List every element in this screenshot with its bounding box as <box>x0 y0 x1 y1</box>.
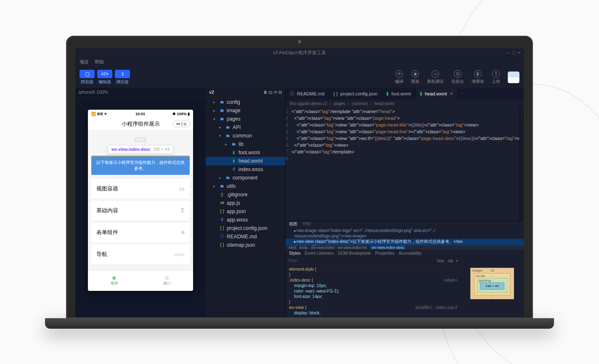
toolbar-clear-cache[interactable]: 🗑清缓存 <box>472 70 484 84</box>
tree-item[interactable]: JSapp.js <box>206 199 285 207</box>
tree-item[interactable]: ▯.gitignore <box>206 190 285 199</box>
tab-foot-wxml[interactable]: ▮foot.wxml <box>382 88 415 100</box>
highlighted-desc: 以下将展示小程序官方组件能力，组件样式仅供参考。 <box>91 156 190 175</box>
menubar: 项目 帮助 <box>75 58 524 67</box>
window-title: v2-FinClip小程序开发工具 <box>273 50 326 56</box>
devtools-panel: 视图 控制 ▸<wx-image class="index-logo" src=… <box>286 221 524 317</box>
code-editor[interactable]: 12345678 <"attr">class="tag">template "a… <box>286 108 524 221</box>
phone-time: 10:01 <box>135 112 145 116</box>
menu-item[interactable]: 导航○○○ <box>91 245 190 264</box>
tree-item[interactable]: ▮head.wxml <box>206 157 285 165</box>
window-controls[interactable]: — ▢ ✕ <box>506 50 521 55</box>
phone-nav-title: 小程序组件展示 <box>122 120 160 128</box>
dom-breakpoints-tab[interactable]: DOM Breakpoints <box>338 251 371 256</box>
tab-overflow[interactable]: ⋯ <box>458 88 469 100</box>
toolbar-preview[interactable]: ◉预览 <box>411 70 419 84</box>
cls-toggle[interactable]: .cls <box>447 258 453 263</box>
accessibility-tab[interactable]: Accessibility <box>399 251 421 256</box>
toolbar-debugger-btn[interactable]: ⫴调试器 <box>115 70 130 85</box>
logo-placeholder <box>135 137 146 142</box>
inspect-tooltip: wx-view.index-desc240 × 44 <box>108 145 173 154</box>
tree-item[interactable]: ▾🖿pages <box>206 115 285 123</box>
phone-battery: ✱ 100% ▮ <box>172 112 190 116</box>
toolbar: ▢模拟器 </>编辑器 ⫴调试器 ⟳编译 ◉预览 ▭真机调试 ⊟切后台 🗑清缓存… <box>75 67 524 88</box>
toolbar-compile[interactable]: ⟳编译 <box>395 70 403 84</box>
event-listeners-tab[interactable]: Event Listeners <box>305 251 334 256</box>
file-explorer: v2 🗎 🗀 ⟳ ⊟ ▸🖿config▸🖿image▾🖿pages▸🖿API▾🖿… <box>206 88 286 317</box>
tree-item[interactable]: #app.wxss <box>206 216 285 224</box>
breadcrumb[interactable]: fino-applet-demo-v2 › pages › common › h… <box>286 100 524 108</box>
ide-window: v2-FinClip小程序开发工具 — ▢ ✕ 项目 帮助 ▢模拟器 </>编辑… <box>75 48 524 317</box>
tree-item[interactable]: { }project.config.json <box>206 224 285 232</box>
dom-tree[interactable]: ▸<wx-image class="index-logo" src="../re… <box>286 227 524 245</box>
add-rule[interactable]: + <box>456 258 458 263</box>
toolbar-simulator-btn[interactable]: ▢模拟器 <box>80 70 95 85</box>
devtools-tab-view[interactable]: 视图 <box>289 221 297 227</box>
tree-item[interactable]: ▸🖿component <box>206 174 285 182</box>
toolbar-upload[interactable]: ↥上传 <box>492 70 500 84</box>
tree-item[interactable]: ▾🖿common <box>206 132 285 140</box>
toolbar-remote-debug[interactable]: ▭真机调试 <box>427 70 444 84</box>
tabbar-component[interactable]: ▦组件 <box>88 271 140 291</box>
box-model: margin 10 border - padding - 240 × 4 <box>461 250 524 317</box>
toolbar-background[interactable]: ⊟切后台 <box>451 70 464 84</box>
minimap[interactable] <box>519 108 524 221</box>
tab-project-config[interactable]: { }project.config.json <box>329 88 382 100</box>
titlebar: v2-FinClip小程序开发工具 — ▢ ✕ <box>75 48 524 58</box>
hov-toggle[interactable]: :hov <box>436 258 444 263</box>
tree-item[interactable]: ▸🖿lib <box>206 140 285 148</box>
explorer-root: v2 <box>209 90 214 95</box>
styles-tab[interactable]: Styles <box>289 251 300 256</box>
tree-item[interactable]: ▸🖿image <box>206 106 285 115</box>
phone-carrier: 📶 IDE ᯤ <box>91 112 108 116</box>
style-filter-input[interactable]: Filter <box>288 258 297 263</box>
close-icon: ✕ <box>450 91 453 96</box>
tree-item[interactable]: ▸🖿API <box>206 123 285 132</box>
tree-item[interactable]: #index.wxss <box>206 165 285 174</box>
explorer-actions[interactable]: 🗎 🗀 ⟳ ⊟ <box>263 90 282 95</box>
menu-item[interactable]: 表单组件≡ <box>91 223 190 242</box>
tree-item[interactable]: ▮foot.wxml <box>206 148 285 157</box>
tree-item[interactable]: { }app.json <box>206 207 285 216</box>
menu-help[interactable]: 帮助 <box>95 59 104 65</box>
tree-item[interactable]: ▸🖿utils <box>206 182 285 190</box>
toolbar-editor-btn[interactable]: </>编辑器 <box>97 70 112 85</box>
tree-item[interactable]: ⓘREADME.md <box>206 232 285 241</box>
devtools-tab-console[interactable]: 控制 <box>302 221 311 227</box>
menu-item[interactable]: 基础内容𝕋 <box>91 201 190 220</box>
dom-breadcrumb[interactable]: htmlbodywx-view.indexwx-view.index-hdwx-… <box>286 245 524 250</box>
tree-item[interactable]: ▸🖿config <box>206 98 285 106</box>
tabbar-api[interactable]: ⊡接口 <box>140 271 193 291</box>
tree-item[interactable]: { }sitemap.json <box>206 241 285 249</box>
menu-project[interactable]: 项目 <box>80 59 89 65</box>
tab-head-wxml[interactable]: ▮head.wxml✕ <box>416 88 458 100</box>
phone-mockup: 📶 IDE ᯤ 10:01 ✱ 100% ▮ 小程序组件展示 ••• | ⊙ <box>88 110 193 291</box>
phone-capsule[interactable]: ••• | ⊙ <box>172 121 191 127</box>
laptop-mockup: v2-FinClip小程序开发工具 — ▢ ✕ 项目 帮助 ▢模拟器 </>编辑… <box>66 36 533 329</box>
tab-readme[interactable]: ⓘREADME.md <box>286 88 329 100</box>
properties-tab[interactable]: Properties <box>375 251 395 256</box>
simulator-device-label: iphone6 100% <box>75 88 206 97</box>
simulator-panel: iphone6 100% 📶 IDE ᯤ 10:01 ✱ 100% ▮ 小程序组… <box>75 88 206 317</box>
editor-tabs: ⓘREADME.md { }project.config.json ▮foot.… <box>286 88 524 100</box>
css-rules[interactable]: element.style { } .index-desc {<style> m… <box>286 265 461 317</box>
menu-item[interactable]: 视图容器▭ <box>91 179 190 198</box>
avatar[interactable] <box>508 71 519 83</box>
